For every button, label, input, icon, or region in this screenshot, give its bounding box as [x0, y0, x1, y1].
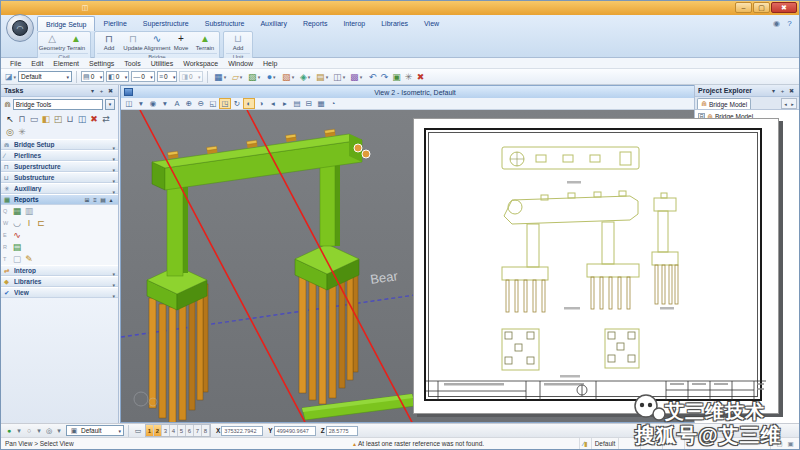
templates-icon[interactable]: ◰: [52, 112, 64, 125]
saved-views-icon[interactable]: ◔: [327, 98, 339, 109]
tab-scroll-left-icon[interactable]: ◂: [782, 99, 789, 108]
line-weight-combo[interactable]: ≡0: [157, 71, 178, 82]
view-toggle-7-icon[interactable]: 7: [194, 425, 202, 436]
y-value-field[interactable]: 499490.9647: [274, 426, 316, 436]
line-style-combo[interactable]: —0: [131, 71, 155, 82]
menu-workspace[interactable]: Workspace: [178, 58, 223, 69]
connect-services-icon[interactable]: ●: [263, 70, 280, 83]
tab-bridge-setup[interactable]: Bridge Setup: [37, 16, 95, 31]
quick-access-icon[interactable]: ◫: [80, 3, 90, 13]
snap-menu-icon[interactable]: ▾: [54, 425, 64, 436]
view-toggle-3-icon[interactable]: 3: [162, 425, 170, 436]
view-toggle-8-icon[interactable]: 8: [202, 425, 210, 436]
walk-icon[interactable]: ◑: [255, 98, 267, 109]
close-panel-icon[interactable]: ✖: [787, 86, 796, 95]
view-toggle-1-icon[interactable]: 1: [146, 425, 154, 436]
report-table-icon[interactable]: ▦: [11, 205, 23, 217]
menu-settings[interactable]: Settings: [84, 58, 119, 69]
detail-view-icon[interactable]: ▤: [99, 196, 107, 204]
user-account-icon[interactable]: ◉: [771, 18, 782, 29]
place-beam-icon[interactable]: ▭: [28, 112, 40, 125]
section-interop[interactable]: ⇄Interop: [1, 265, 118, 276]
explorer-icon[interactable]: ▣: [391, 70, 403, 83]
report-document-icon[interactable]: ▥: [23, 205, 35, 217]
place-bearing-icon[interactable]: ◧: [40, 112, 52, 125]
snap-mode-icon[interactable]: ◎: [44, 425, 54, 436]
maximize-window-icon[interactable]: ▢: [753, 2, 770, 13]
references-icon[interactable]: ◫: [331, 70, 348, 83]
copy-view-icon[interactable]: ▤: [291, 98, 303, 109]
i-beam-icon[interactable]: I: [23, 217, 35, 229]
grid-view-icon[interactable]: ⊞: [83, 196, 91, 204]
list-view-icon[interactable]: ≡: [91, 196, 99, 204]
z-value-field[interactable]: 28.5775: [326, 426, 358, 436]
update-bridge-button[interactable]: ⊓Update: [121, 33, 145, 52]
fit-view-icon[interactable]: ◳: [219, 98, 231, 109]
clip-mask-icon[interactable]: ▦: [315, 98, 327, 109]
section-substructure[interactable]: ⊔Substructure: [1, 172, 118, 183]
view-previous-icon[interactable]: ◂: [267, 98, 279, 109]
view-2-title-bar[interactable]: View 2 - Isometric, Default: [121, 86, 697, 98]
x-value-field[interactable]: 375322.7942: [221, 426, 263, 436]
rotate-view-icon[interactable]: ↻: [231, 98, 243, 109]
application-menu-button[interactable]: ◠: [6, 14, 34, 42]
menu-window[interactable]: Window: [223, 58, 258, 69]
section-bridge-setup[interactable]: ⋒Bridge Setup: [1, 139, 118, 150]
menu-edit[interactable]: Edit: [26, 58, 48, 69]
rebar-icon[interactable]: ∿: [11, 229, 23, 241]
quantities-report-icon[interactable]: ▤: [11, 241, 23, 253]
view-toggle-5-icon[interactable]: 5: [178, 425, 186, 436]
drawing-sheet-window[interactable]: [413, 118, 779, 414]
section-auxiliary[interactable]: ✳Auxiliary: [1, 183, 118, 194]
status-snap-cell[interactable]: ∕▮: [579, 438, 591, 449]
delete-bridge-icon[interactable]: ✖: [88, 112, 100, 125]
transparency-combo[interactable]: ◨0: [179, 71, 202, 82]
cells-icon[interactable]: ◈: [297, 70, 314, 83]
active-style-select[interactable]: Default: [18, 71, 72, 82]
geometry-button[interactable]: △Geometry: [40, 33, 64, 52]
tab-reports[interactable]: Reports: [295, 16, 336, 31]
view-next-icon[interactable]: ▸: [279, 98, 291, 109]
view-display-mode-icon[interactable]: ◫: [123, 98, 135, 109]
tab-substructure[interactable]: Substructure: [197, 16, 253, 31]
help-icon[interactable]: ?: [784, 18, 795, 29]
pan-view-icon[interactable]: ◐: [243, 98, 255, 109]
menu-file[interactable]: File: [5, 58, 26, 69]
locks-select[interactable]: ▣Default: [66, 425, 124, 436]
section-pierlines[interactable]: ∕Pierlines: [1, 150, 118, 161]
accusnap-menu-icon[interactable]: ▾: [14, 425, 24, 436]
task-selector[interactable]: Bridge Tools: [13, 99, 103, 110]
menu-element[interactable]: Element: [48, 58, 84, 69]
view-toggle-4-icon[interactable]: 4: [170, 425, 178, 436]
close-window-icon[interactable]: ✖: [771, 2, 797, 13]
place-deck-icon[interactable]: ◫: [76, 112, 88, 125]
task-selector-dropdown[interactable]: ▾: [105, 99, 115, 110]
new-file-icon[interactable]: ▱: [229, 70, 246, 83]
status-active-cell[interactable]: Default: [591, 438, 619, 449]
fence-icon[interactable]: ▭: [133, 425, 143, 436]
tab-view[interactable]: View: [416, 16, 447, 31]
add-bridge-button[interactable]: ⊓Add: [97, 33, 121, 52]
tab-scroll-right-icon[interactable]: ▸: [789, 99, 796, 108]
terrain-button[interactable]: ▲Terrain: [64, 33, 88, 52]
properties-icon[interactable]: ✳: [403, 70, 415, 83]
level-display-icon[interactable]: ▤: [314, 70, 331, 83]
window-area-icon[interactable]: ◱: [207, 98, 219, 109]
minimize-window-icon[interactable]: –: [735, 2, 752, 13]
panel-menu-icon[interactable]: ▾: [88, 86, 97, 95]
display-menu-icon[interactable]: ▾: [135, 98, 147, 109]
section-reports[interactable]: ▦Reports⊞≡▤▴: [1, 194, 118, 205]
render-mode-icon[interactable]: ◉: [147, 98, 159, 109]
pin-icon[interactable]: +: [778, 86, 787, 95]
accudraw-menu-icon[interactable]: ▾: [34, 425, 44, 436]
menu-utilities[interactable]: Utilities: [146, 58, 179, 69]
tab-pierline[interactable]: Pierline: [95, 16, 134, 31]
view-toggle-6-icon[interactable]: 6: [186, 425, 194, 436]
place-pier-icon[interactable]: ⊓: [16, 112, 28, 125]
tab-superstructure[interactable]: Superstructure: [135, 16, 197, 31]
zoom-out-icon[interactable]: ⊖: [195, 98, 207, 109]
zoom-in-icon[interactable]: ⊕: [183, 98, 195, 109]
primary-tools-icon[interactable]: ▦: [212, 70, 229, 83]
models-icon[interactable]: ▨: [246, 70, 263, 83]
panel-menu-icon[interactable]: ▾: [769, 86, 778, 95]
